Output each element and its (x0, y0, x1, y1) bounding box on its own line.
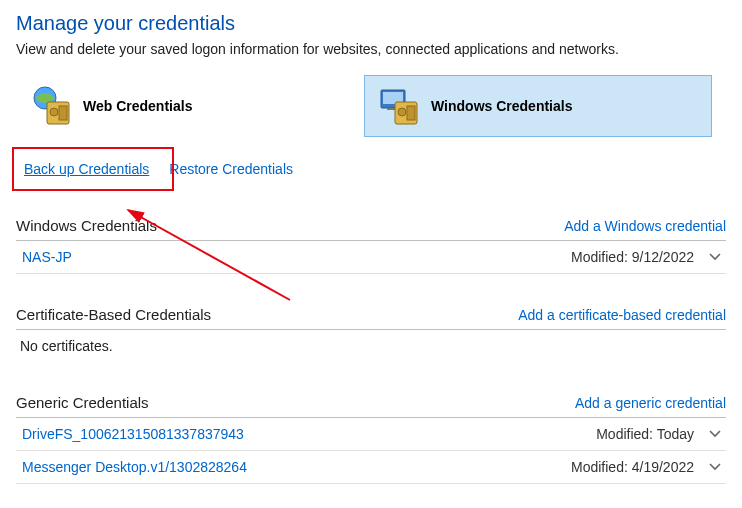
add-generic-credential-link[interactable]: Add a generic credential (575, 395, 726, 411)
add-cert-credential-link[interactable]: Add a certificate-based credential (518, 307, 726, 323)
section-generic-credentials: Generic Credentials Add a generic creden… (16, 390, 726, 484)
page-title: Manage your credentials (16, 12, 726, 35)
credential-name: Messenger Desktop.v1/1302828264 (22, 459, 247, 475)
tab-windows-label: Windows Credentials (431, 98, 572, 114)
section-header: Windows Credentials Add a Windows creden… (16, 213, 726, 241)
empty-message: No certificates. (16, 330, 726, 362)
svg-rect-3 (59, 106, 67, 120)
credential-meta: Modified: 4/19/2022 (571, 459, 722, 475)
chevron-down-icon[interactable] (708, 460, 722, 474)
chevron-down-icon[interactable] (708, 427, 722, 441)
backup-credentials-link[interactable]: Back up Credentials (18, 159, 155, 179)
backup-restore-row: Back up Credentials Restore Credentials (18, 159, 726, 179)
credential-meta: Modified: 9/12/2022 (571, 249, 722, 265)
tab-web-label: Web Credentials (83, 98, 192, 114)
section-title: Generic Credentials (16, 394, 149, 411)
web-vault-icon (29, 84, 73, 128)
section-header: Generic Credentials Add a generic creden… (16, 390, 726, 418)
section-header: Certificate-Based Credentials Add a cert… (16, 302, 726, 330)
windows-vault-icon (377, 84, 421, 128)
tab-web-credentials[interactable]: Web Credentials (16, 75, 364, 137)
credential-meta: Modified: Today (596, 426, 722, 442)
credential-row[interactable]: Messenger Desktop.v1/1302828264 Modified… (16, 451, 726, 484)
section-windows-credentials: Windows Credentials Add a Windows creden… (16, 213, 726, 274)
chevron-down-icon[interactable] (708, 250, 722, 264)
credential-row[interactable]: DriveFS_100621315081337837943 Modified: … (16, 418, 726, 451)
credential-tabs: Web Credentials Windows Credentials (16, 75, 726, 137)
section-cert-credentials: Certificate-Based Credentials Add a cert… (16, 302, 726, 362)
section-title: Certificate-Based Credentials (16, 306, 211, 323)
credential-row[interactable]: NAS-JP Modified: 9/12/2022 (16, 241, 726, 274)
svg-point-8 (398, 108, 406, 116)
add-windows-credential-link[interactable]: Add a Windows credential (564, 218, 726, 234)
page-description: View and delete your saved logon informa… (16, 41, 726, 57)
restore-credentials-link[interactable]: Restore Credentials (169, 161, 293, 177)
svg-point-2 (50, 108, 58, 116)
credential-name: DriveFS_100621315081337837943 (22, 426, 244, 442)
credential-name: NAS-JP (22, 249, 72, 265)
svg-rect-9 (407, 106, 415, 120)
section-title: Windows Credentials (16, 217, 157, 234)
tab-windows-credentials[interactable]: Windows Credentials (364, 75, 712, 137)
